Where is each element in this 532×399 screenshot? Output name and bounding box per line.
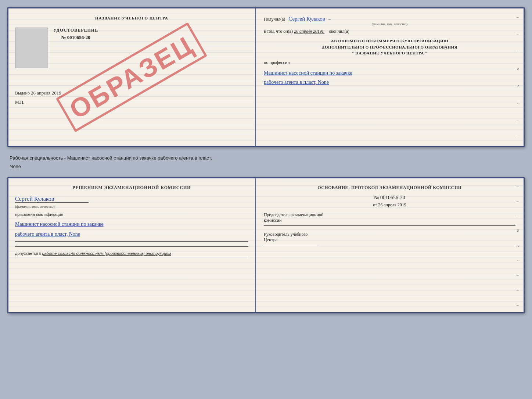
okonchil-label: окончил(а) (329, 29, 349, 34)
ot-label: от (373, 202, 377, 207)
doc-bottom-left-panel: Решением экзаменационной комиссии Сергей… (8, 178, 256, 312)
separator-line-1 (15, 241, 248, 242)
dopuskaetsya-label: допускается к (15, 251, 41, 256)
po-professii-label: по профессии (264, 60, 515, 65)
dopuskaetsya-line: допускается к работе согласно должностны… (15, 251, 248, 256)
recipient-name: Сергей Кулаков (288, 16, 325, 22)
subtitle-block: Рабочая специальность - Машинист насосно… (7, 153, 525, 171)
cert-number-top: № 0010656-20 (53, 35, 98, 40)
komissia-title: Решением экзаменационной комиссии (15, 185, 248, 190)
separator-line-4 (15, 258, 248, 258)
poluchil-label: Получил(а) (264, 17, 285, 22)
udostoverenie-label: УДОСТОВЕРЕНИЕ (53, 28, 98, 33)
sign-line-rukov (264, 245, 319, 245)
completed-date: 26 апреля 2019г. (294, 29, 324, 34)
qualification-line1: Машинист насосной станции по закачке (15, 220, 248, 229)
doc-bottom-right-panel: Основание: протокол экзаменационной коми… (256, 178, 524, 312)
profession-line2-top: рабочего агента в пласт, None (264, 78, 515, 87)
subtitle-line1: Рабочая специальность - Машинист насосно… (10, 154, 522, 162)
top-center-title: НАЗВАНИЕ УЧЕБНОГО ЦЕНТРА (15, 16, 248, 20)
protocol-date: 26 апреля 2019 (378, 202, 406, 207)
separator-line-2 (15, 244, 248, 244)
top-document: НАЗВАНИЕ УЧЕБНОГО ЦЕНТРА УДОСТОВЕРЕНИЕ №… (7, 7, 525, 147)
vtom-label: в том, что он(а) (264, 29, 293, 34)
profession-line1-top: Машинист насосной станции по закачке (264, 68, 515, 78)
predsedatel-line1: Председатель экзаменационной (264, 212, 515, 218)
poluchil-line: Получил(а) Сергей Кулаков – (фамилия, им… (264, 16, 515, 26)
bottom-document: Решением экзаменационной комиссии Сергей… (7, 177, 525, 313)
org-line2: ДОПОЛНИТЕЛЬНОГО ПРОФЕССИОНАЛЬНОГО ОБРАЗО… (264, 44, 515, 50)
osnov-title: Основание: протокол экзаменационной коми… (264, 185, 515, 190)
predsedatel-line2: комиссии (264, 218, 515, 223)
protocol-number: № 0010656-20 (264, 195, 515, 201)
protocol-date-line: от 26 апреля 2019 (264, 202, 515, 208)
mp-line: М.П. (15, 100, 248, 105)
bottom-right-dashes: – – – И ,а ← – – – (517, 178, 521, 312)
subtitle-line2: None (10, 162, 522, 171)
org-line3: " НАЗВАНИЕ УЧЕБНОГО ЦЕНТРА " (264, 50, 515, 56)
org-line1: АВТОНОМНУЮ НЕКОММЕРЧЕСКУЮ ОРГАНИЗАЦИЮ (264, 38, 515, 44)
rukov-line2: Центра (264, 237, 515, 243)
photo-placeholder (15, 28, 48, 68)
vydano-label: Выдано (15, 90, 30, 96)
separator-line-3 (15, 246, 248, 247)
qualification-line2: рабочего агента в пласт, None (15, 229, 248, 239)
doc-right-panel: Получил(а) Сергей Кулаков – (фамилия, им… (256, 8, 524, 146)
dopuskaetsya-text: работе согласно должностным (производств… (42, 251, 171, 256)
rukov-line1: Руководитель учебного (264, 232, 515, 237)
vtom-line: в том, что он(а) 26 апреля 2019г. окончи… (264, 29, 515, 34)
vydano-line: Выдано 26 апреля 2019 (15, 90, 248, 96)
bottom-fio-sublabel: (фамилия, имя, отчество) (15, 205, 55, 209)
bottom-name: Сергей Кулаков (15, 196, 89, 203)
prisvoena-label: присвоена квалификация (15, 212, 248, 217)
udostoverenie-block: УДОСТОВЕРЕНИЕ № 0010656-20 (53, 28, 98, 68)
sign-line-predsedatel (264, 225, 515, 226)
fio-sublabel-top: (фамилия, имя, отчество) (264, 22, 515, 26)
right-dashes: – – – И ,а ← – – (517, 8, 521, 146)
doc-left-panel: НАЗВАНИЕ УЧЕБНОГО ЦЕНТРА УДОСТОВЕРЕНИЕ №… (8, 8, 256, 146)
vydano-date: 26 апреля 2019 (31, 90, 61, 96)
